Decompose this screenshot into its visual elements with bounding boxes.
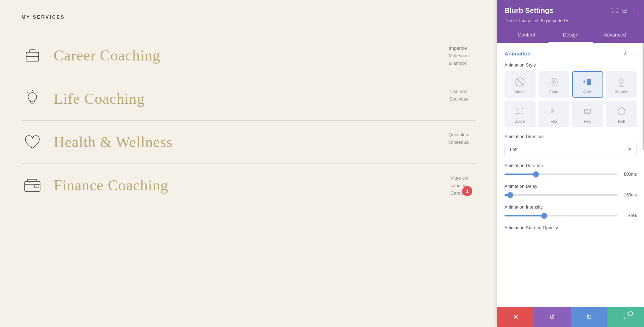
svg-line-21 <box>516 108 518 109</box>
service-item-career: Career Coaching Imperdie Malesuac ullamc… <box>21 34 476 77</box>
anim-fade[interactable]: Fade <box>538 71 570 98</box>
duration-label: Animation Duration <box>504 163 637 168</box>
fade-icon <box>547 75 560 88</box>
cancel-button[interactable]: ✕ <box>497 307 534 327</box>
briefcase-icon <box>21 45 43 66</box>
none-icon <box>513 75 526 88</box>
settings-panel: Blurb Settings ⛶ ⊟ ⋮ Preset: Image Left … <box>497 0 644 327</box>
anim-flip[interactable]: Flip <box>538 101 570 127</box>
svg-line-23 <box>516 113 518 115</box>
delay-value: 150ms <box>621 192 637 197</box>
anim-zoom[interactable]: Zoom <box>504 101 536 127</box>
panel-preset[interactable]: Preset: Image Left Big imported ▾ <box>504 18 637 23</box>
zoom-icon <box>513 105 526 118</box>
anim-bounce[interactable]: Bounce <box>606 71 637 98</box>
svg-rect-10 <box>35 185 39 188</box>
duration-slider-row: 800ms <box>504 172 637 177</box>
finance-coaching-label: Finance Coaching <box>54 177 168 194</box>
flip-icon <box>547 105 560 118</box>
svg-rect-20 <box>518 109 522 113</box>
lightbulb-icon <box>21 88 43 109</box>
duration-value: 800ms <box>621 172 637 177</box>
heart-svg <box>23 132 42 152</box>
panel-header-top: Blurb Settings ⛶ ⊟ ⋮ <box>504 6 637 15</box>
tab-advanced[interactable]: Advanced <box>593 28 637 43</box>
direction-select[interactable]: Left Right Top Bottom <box>504 143 637 156</box>
intensity-fill <box>504 215 544 216</box>
career-coaching-label: Career Coaching <box>54 47 160 64</box>
fade-label: Fade <box>549 90 558 94</box>
heart-icon <box>21 131 43 153</box>
svg-line-24 <box>522 113 523 115</box>
starting-opacity-label: Animation Starting Opacity <box>504 225 637 230</box>
duration-track[interactable] <box>504 174 618 175</box>
career-text: Imperdie Malesuac ullamcor <box>449 45 469 67</box>
health-text: Quis blan consequa <box>449 131 469 146</box>
svg-point-18 <box>620 79 623 82</box>
intensity-track[interactable] <box>504 215 618 216</box>
fullscreen-icon[interactable]: ⛶ <box>612 8 618 14</box>
delay-track[interactable] <box>504 194 618 196</box>
none-label: None <box>515 90 525 94</box>
collapse-icon[interactable]: ∧ <box>623 50 628 57</box>
duration-fill <box>504 174 536 175</box>
intensity-value: 35% <box>621 213 637 218</box>
roll-label: Roll <box>618 119 625 123</box>
duration-thumb[interactable] <box>533 171 539 177</box>
redo-button[interactable]: ↻ <box>571 307 608 327</box>
slide-label: Slide <box>583 90 592 94</box>
svg-rect-26 <box>551 109 553 113</box>
svg-rect-9 <box>25 181 40 191</box>
more-vert-icon[interactable]: ⋮ <box>631 7 637 14</box>
wallet-svg <box>23 176 42 195</box>
slide-icon <box>581 75 594 88</box>
fold-icon <box>581 105 594 118</box>
svg-point-15 <box>552 80 556 84</box>
animation-style-grid: None Fade <box>504 71 637 127</box>
intensity-slider-row: 35% <box>504 213 637 218</box>
svg-line-13 <box>517 79 523 85</box>
flip-label: Flip <box>551 119 557 123</box>
delay-label: Animation Delay <box>504 184 637 189</box>
animation-section-header: Animation ∧ ⋮ <box>504 50 637 57</box>
intensity-thumb[interactable] <box>541 213 547 219</box>
main-content: MY SERVICES Career Coaching Imperdie Mal… <box>0 0 497 327</box>
lightbulb-svg <box>23 89 42 109</box>
animation-section-label: Animation <box>504 50 531 57</box>
columns-icon[interactable]: ⊟ <box>622 7 627 14</box>
tab-content[interactable]: Content <box>504 28 548 43</box>
svg-line-22 <box>522 108 523 109</box>
tab-design[interactable]: Design <box>548 28 592 43</box>
delay-thumb[interactable] <box>507 192 513 198</box>
anim-roll[interactable]: Roll <box>606 101 637 127</box>
anim-slide[interactable]: Slide <box>572 71 603 98</box>
section-controls: ∧ ⋮ <box>623 50 637 57</box>
wallet-icon <box>21 175 43 196</box>
anim-none[interactable]: None <box>504 71 536 98</box>
intensity-label: Animation Intensity <box>504 205 637 210</box>
life-text: Nisl mas: Sed vitae <box>449 88 469 103</box>
service-item-finance: Finance Coaching Vitae cor conditio Cara… <box>21 164 476 207</box>
service-item-health: Health & Wellness Quis blan consequa <box>21 121 476 164</box>
notification-badge: 1 <box>462 186 472 196</box>
bounce-label: Bounce <box>615 90 628 94</box>
panel-body: Animation ∧ ⋮ Animation Style None <box>497 43 644 307</box>
service-item-life: Life Coaching Nisl mas: Sed vitae <box>21 77 476 121</box>
bounce-icon <box>615 75 628 88</box>
panel-tabs: Content Design Advanced <box>504 28 637 43</box>
anim-fold[interactable]: Fold <box>572 101 603 127</box>
delay-slider-row: 150ms <box>504 192 637 197</box>
svg-point-2 <box>28 93 36 101</box>
fold-label: Fold <box>584 119 591 123</box>
style-field-label: Animation Style <box>504 63 637 68</box>
undo-button[interactable]: ↺ <box>534 307 571 327</box>
floating-action-icon[interactable] <box>624 307 637 320</box>
svg-line-6 <box>27 92 28 93</box>
direction-label: Animation Direction <box>504 134 637 139</box>
panel-footer: ✕ ↺ ↻ ✓ <box>497 307 644 327</box>
panel-header: Blurb Settings ⛶ ⊟ ⋮ Preset: Image Left … <box>497 0 644 43</box>
health-wellness-label: Health & Wellness <box>54 133 172 151</box>
roll-icon <box>615 105 628 118</box>
section-more-icon[interactable]: ⋮ <box>631 50 637 57</box>
panel-title: Blurb Settings <box>504 6 553 15</box>
